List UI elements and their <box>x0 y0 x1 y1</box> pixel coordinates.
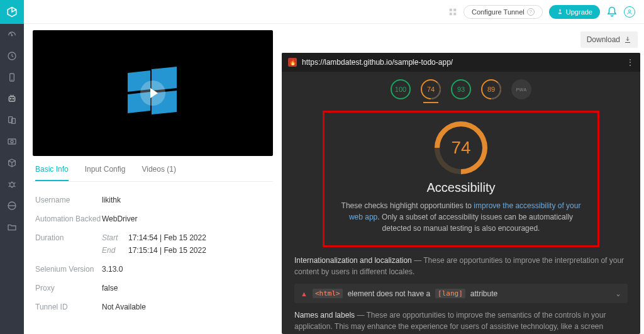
accessibility-score: 74 <box>451 138 470 158</box>
svg-rect-8 <box>8 139 16 144</box>
upgrade-icon <box>557 8 564 15</box>
value-selenium: 3.13.0 <box>102 265 123 274</box>
label-automation: Automation Backed <box>35 214 102 223</box>
history-icon[interactable] <box>0 45 24 67</box>
code-html: <html> <box>313 289 343 298</box>
configure-tunnel-label: Configure Tunnel <box>472 8 525 16</box>
svg-rect-13 <box>450 13 452 15</box>
gauge-performance[interactable]: 100 <box>391 79 411 99</box>
report-body: 74 Accessibility These checks highlight … <box>282 103 640 334</box>
value-username: likithk <box>102 196 121 204</box>
accessibility-gauge: 74 <box>435 121 487 174</box>
gauge-accessibility[interactable]: 74 <box>421 79 441 99</box>
svg-rect-12 <box>453 8 456 11</box>
bug-icon[interactable] <box>0 174 24 195</box>
details-panel: Basic Info Input Config Videos (1) Usern… <box>24 24 282 334</box>
svg-point-9 <box>11 140 13 143</box>
device-icon[interactable] <box>0 67 24 88</box>
dashboard-icon[interactable] <box>0 24 24 45</box>
cube-icon[interactable] <box>0 152 24 174</box>
svg-point-5 <box>13 98 13 99</box>
tab-videos[interactable]: Videos (1) <box>142 165 175 181</box>
left-sidebar <box>0 0 24 334</box>
screenshot-icon[interactable] <box>0 131 24 152</box>
more-icon[interactable]: ⋮ <box>626 58 634 67</box>
detail-tabs: Basic Info Input Config Videos (1) <box>33 156 273 182</box>
names-labels-section: Names and labels — These are opportuniti… <box>294 309 628 332</box>
value-tunnel: Not Available <box>102 303 146 311</box>
gauge-best-practices[interactable]: 93 <box>451 79 471 99</box>
download-label: Download <box>587 35 620 44</box>
score-gauges: 100 74 93 89 PWA <box>282 72 640 103</box>
i18n-section: Internationalization and localization — … <box>294 255 628 277</box>
value-end: 17:15:14 | Feb 15 2022 <box>128 246 206 255</box>
label-start: Start <box>102 233 125 242</box>
warning-icon: ▲ <box>301 290 308 298</box>
label-tunnel: Tunnel ID <box>35 303 102 311</box>
gauge-seo[interactable]: 89 <box>481 79 501 99</box>
favicon: 🔥 <box>288 58 297 67</box>
value-automation: WebDriver <box>102 214 137 223</box>
svg-point-0 <box>11 35 12 36</box>
play-icon <box>140 81 165 106</box>
windows-logo <box>126 67 179 120</box>
lighthouse-report: 🔥 https://lambdatest.github.io/sample-to… <box>282 53 640 334</box>
svg-rect-15 <box>558 13 562 14</box>
report-panel: Download 🔥 https://lambdatest.github.io/… <box>282 24 644 334</box>
label-selenium: Selenium Version <box>35 265 102 274</box>
user-avatar[interactable] <box>624 6 635 18</box>
top-bar: Configure Tunnel ? Upgrade <box>24 0 644 24</box>
download-button[interactable]: Download <box>580 31 638 48</box>
svg-point-4 <box>10 98 11 99</box>
report-url: https://lambdatest.github.io/sample-todo… <box>302 58 453 67</box>
names-labels-title: Names and labels <box>294 311 355 320</box>
video-player[interactable] <box>33 30 273 156</box>
svg-point-16 <box>628 9 630 11</box>
svg-rect-14 <box>453 13 456 15</box>
integrations-icon[interactable] <box>0 195 24 216</box>
real-device-icon[interactable] <box>0 109 24 131</box>
label-username: Username <box>35 196 102 204</box>
content: Basic Info Input Config Videos (1) Usern… <box>24 24 644 334</box>
configure-tunnel-button[interactable]: Configure Tunnel ? <box>464 5 543 19</box>
automation-icon[interactable] <box>0 88 24 109</box>
folder-icon[interactable] <box>0 216 24 238</box>
notifications-icon[interactable] <box>606 6 618 18</box>
main-area: Configure Tunnel ? Upgrade Basic Info In… <box>24 0 644 334</box>
gauge-pwa[interactable]: PWA <box>511 79 531 99</box>
audit-html-lang[interactable]: ▲ <html> element does not have a [lang] … <box>294 284 628 303</box>
label-duration: Duration <box>35 233 102 255</box>
svg-point-10 <box>10 182 14 187</box>
accessibility-title: Accessibility <box>341 181 581 195</box>
download-icon <box>624 36 631 43</box>
address-bar: 🔥 https://lambdatest.github.io/sample-to… <box>282 53 640 72</box>
tab-input-config[interactable]: Input Config <box>85 165 126 181</box>
help-icon: ? <box>527 8 535 16</box>
label-proxy: Proxy <box>35 284 102 292</box>
code-lang: [lang] <box>435 289 465 298</box>
tab-basic-info[interactable]: Basic Info <box>35 165 69 181</box>
value-proxy: false <box>102 284 118 292</box>
chevron-down-icon: ⌄ <box>615 289 621 298</box>
info-list: Usernamelikithk Automation BackedWebDriv… <box>33 182 273 325</box>
accessibility-section: 74 Accessibility These checks highlight … <box>323 111 599 247</box>
upgrade-label: Upgrade <box>566 8 592 16</box>
svg-rect-11 <box>450 8 452 11</box>
value-start: 17:14:54 | Feb 15 2022 <box>128 233 206 242</box>
apps-grid-icon[interactable] <box>448 8 457 16</box>
i18n-title: Internationalization and localization <box>294 256 412 265</box>
upgrade-button[interactable]: Upgrade <box>549 5 600 19</box>
brand-logo[interactable] <box>0 0 24 24</box>
label-end: End <box>102 246 125 255</box>
accessibility-description: These checks highlight opportunities to … <box>341 200 581 234</box>
